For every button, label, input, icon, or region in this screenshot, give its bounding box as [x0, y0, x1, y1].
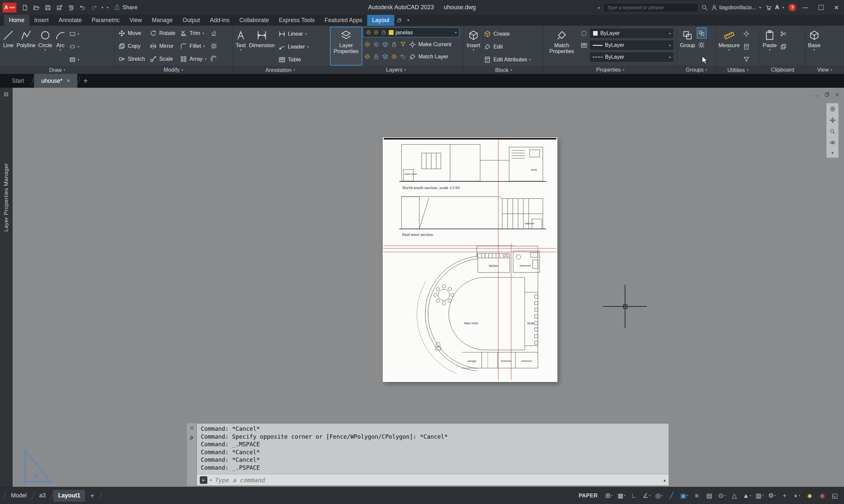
array-button[interactable]: Array▾ — [178, 52, 208, 65]
ungroup-button[interactable] — [697, 39, 707, 52]
minimize-window-button[interactable]: — — [799, 0, 812, 15]
layer-properties-button[interactable]: Layer Properties — [330, 27, 362, 66]
app-store-cart-button[interactable] — [765, 4, 772, 11]
new-drawing-tab-button[interactable]: + — [80, 74, 91, 88]
snap-mode-toggle[interactable]: ⊞▾ — [603, 489, 615, 502]
object-color-button[interactable] — [579, 27, 589, 40]
rotate-button[interactable]: Rotate — [148, 27, 177, 40]
caret-down-icon[interactable]: ▾ — [60, 48, 62, 52]
paper-model-toggle[interactable]: PAPER — [574, 492, 602, 499]
make-current-button[interactable]: Make Current — [408, 39, 453, 50]
new-layout-button[interactable]: + — [85, 490, 99, 502]
grid-display-toggle[interactable]: ▦▾ — [616, 489, 627, 502]
ortho-mode-toggle[interactable]: ∟ — [628, 489, 640, 502]
layer-walk-button[interactable] — [399, 39, 407, 50]
share-button[interactable]: Share — [114, 4, 137, 11]
drawing-canvas[interactable]: ▾ main room — [13, 88, 844, 487]
ribbon-display-toggle-button[interactable] — [394, 15, 404, 26]
command-input-row[interactable]: ▸ ▾ ▴ — [197, 474, 669, 486]
layer-lock-button[interactable] — [390, 39, 398, 50]
panel-label-view[interactable]: View▾ — [805, 66, 844, 74]
open-file-button[interactable] — [31, 2, 41, 13]
panel-label-layers[interactable]: Layers▾ — [328, 66, 464, 74]
annotation-monitor-button[interactable]: ◉ — [816, 489, 828, 502]
id-point-button[interactable] — [741, 28, 751, 40]
text-button[interactable]: Text ▾ — [234, 27, 247, 66]
caret-down-icon[interactable]: ▾ — [624, 494, 625, 497]
trim-button[interactable]: Trim▾ — [178, 27, 208, 40]
clean-screen-button[interactable]: ◱ — [829, 489, 841, 502]
panel-label-groups[interactable]: Groups▾ — [677, 66, 716, 74]
zoom-icon[interactable] — [829, 128, 836, 134]
match-layer-button[interactable]: Match Layer — [408, 51, 450, 62]
dimension-button[interactable]: Dimension — [248, 27, 276, 66]
circle-button[interactable]: Circle ▾ — [37, 27, 53, 66]
redo-button[interactable] — [88, 2, 99, 13]
save-as-button[interactable] — [54, 2, 65, 13]
panel-label-properties[interactable]: Properties▾ — [544, 66, 677, 74]
object-snap-toggle[interactable]: ▣▾ — [678, 489, 690, 502]
panel-label-block[interactable]: Block▾ — [464, 66, 543, 74]
steering-wheel-icon[interactable] — [829, 106, 836, 112]
annotation-scale-button[interactable]: ▥▾ — [754, 489, 765, 502]
group-button[interactable]: Group — [679, 27, 696, 66]
line-button[interactable]: Line — [2, 27, 15, 66]
caret-down-icon[interactable]: ▾ — [728, 48, 730, 52]
rectangle-button[interactable] — [68, 28, 77, 40]
explode-button[interactable] — [209, 40, 219, 52]
erase-button[interactable] — [209, 27, 219, 40]
ribbon-tab-output[interactable]: Output — [178, 15, 205, 26]
layout-tab-a3[interactable]: a3 — [34, 490, 51, 502]
layer-turn-all-on-button[interactable] — [390, 51, 398, 62]
close-window-button[interactable]: × — [830, 0, 843, 15]
ellipse-button[interactable] — [68, 40, 77, 53]
ribbon-tab-collaborate[interactable]: Collaborate — [235, 15, 274, 26]
measure-button[interactable]: Measure ▾ — [718, 27, 741, 66]
caret-down-icon[interactable]: ▾ — [529, 58, 531, 61]
scale-button[interactable]: Scale — [148, 52, 177, 65]
layer-off-button[interactable] — [363, 39, 372, 50]
isometric-drafting-toggle[interactable]: ◎▾ — [653, 489, 665, 502]
orbit-icon[interactable] — [829, 140, 836, 146]
search-button[interactable] — [701, 4, 708, 11]
command-prompt-icon[interactable]: ▸ — [200, 476, 207, 484]
stretch-button[interactable]: Stretch — [116, 52, 147, 65]
caret-down-icon[interactable]: ▾ — [762, 494, 763, 497]
caret-down-icon[interactable]: ▾ — [724, 494, 725, 497]
command-line-window[interactable]: Command: *Cancel* Command: Specify oppos… — [187, 423, 669, 486]
layer-freeze-all-button[interactable] — [381, 51, 389, 62]
command-input[interactable] — [214, 476, 661, 484]
table-button[interactable]: Table — [276, 53, 311, 66]
lineweight-dropdown[interactable]: ByLayer ▾ — [590, 40, 673, 50]
ribbon-tab-view[interactable]: View — [124, 15, 147, 26]
caret-down-icon[interactable]: ▾ — [77, 58, 79, 61]
caret-down-icon[interactable]: ▾ — [611, 494, 613, 497]
palette-grip-icon[interactable]: ▤ — [4, 91, 8, 97]
model-tab[interactable]: Model — [6, 490, 32, 502]
layer-unlock-button[interactable] — [372, 51, 380, 62]
cut-clip-button[interactable] — [778, 28, 788, 40]
object-snap-tracking-toggle[interactable]: ╱ — [666, 489, 677, 502]
annotation-visibility-toggle[interactable]: △ — [728, 489, 740, 502]
caret-down-icon[interactable]: ▾ — [769, 48, 771, 52]
layer-select-dropdown[interactable]: janelas ▾ — [363, 28, 459, 37]
ribbon-tab-home[interactable]: Home — [4, 15, 29, 26]
edit-block-button[interactable]: Edit — [482, 40, 533, 53]
polar-tracking-toggle[interactable]: ∠▾ — [641, 489, 653, 502]
redo-dropdown-caret-icon[interactable]: ▾ — [100, 6, 105, 9]
layer-unisolate-button[interactable] — [363, 51, 372, 62]
object-color-dropdown[interactable]: ByLayer ▾ — [590, 29, 673, 38]
layout-tab-layout1[interactable]: Layout1 — [53, 490, 85, 502]
group-edit-button[interactable] — [697, 28, 707, 39]
ribbon-tab-express-tools[interactable]: Express Tools — [274, 15, 320, 26]
navigation-bar[interactable]: ▾ — [826, 103, 839, 158]
lineweight-list-button[interactable] — [579, 39, 589, 52]
transparency-toggle[interactable]: ▤ — [703, 489, 715, 502]
infocenter-expand-icon[interactable]: ▸ — [598, 5, 600, 10]
file-tab-uhouse[interactable]: uhouse* × — [34, 74, 77, 88]
linetype-dropdown[interactable]: ByLayer ▾ — [590, 52, 673, 62]
help-button[interactable]: ? — [789, 4, 796, 11]
save-button[interactable] — [42, 2, 53, 13]
doc-minimize-icon[interactable] — [814, 92, 820, 97]
hatch-button[interactable] — [68, 53, 77, 66]
